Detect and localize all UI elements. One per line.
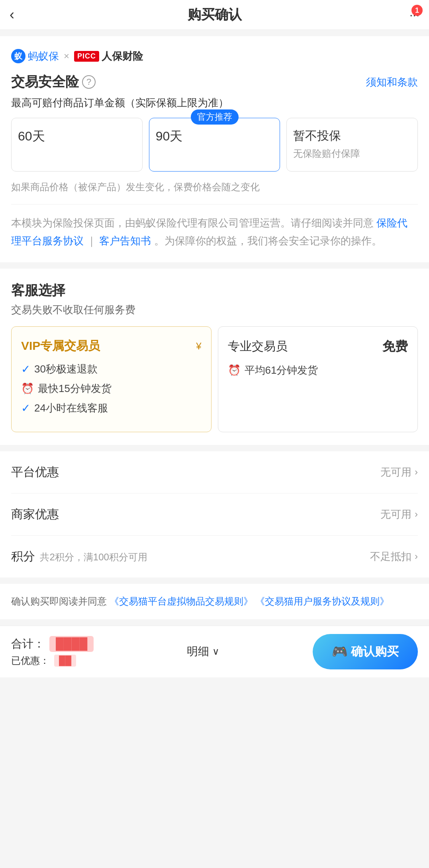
insurance-option-90[interactable]: 官方推荐 90天 — [149, 118, 280, 172]
agreement-prefix: 确认购买即阅读并同意 — [11, 596, 110, 607]
platform-discount-row: 平台优惠 无可用 › — [11, 451, 418, 493]
check-icon-2: ✓ — [21, 402, 30, 415]
cs-vip-header: VIP专属交易员 ¥ — [21, 338, 202, 354]
cs-pro-label: 专业交易员 — [228, 338, 288, 355]
feature-1-text: 30秒极速退款 — [34, 362, 98, 376]
discount-value: ██ — [54, 655, 76, 667]
points-sublabel: 共2积分，满100积分可用 — [40, 552, 147, 562]
insurance-card: 蚁 蚂蚁保 × PICC 人保财险 交易安全险 ? 须知和条款 最高可赔付商品订… — [0, 36, 429, 262]
detail-chevron-icon: ∨ — [212, 646, 219, 657]
cs-pro-option[interactable]: 专业交易员 免费 ⏰ 平均61分钟发货 — [218, 326, 418, 432]
cs-pro-feature-1: ⏰ 平均61分钟发货 — [228, 363, 408, 377]
cs-subtitle: 交易失败不收取任何服务费 — [11, 303, 418, 317]
insurance-subtitle: 最高可赔付商品订单金额（实际保额上限为准） — [11, 96, 418, 110]
cs-vip-feature-1: ✓ 30秒极速退款 — [21, 362, 202, 376]
check-icon-1: ✓ — [21, 363, 30, 376]
cs-vip-feature-3: ✓ 24小时在线客服 — [21, 401, 202, 415]
picc-logo: PICC — [74, 51, 99, 62]
cs-vip-label: VIP专属交易员 — [21, 338, 100, 354]
platform-discount-text: 无可用 — [380, 465, 411, 479]
platform-chevron: › — [415, 466, 418, 478]
merchant-discount-text: 无可用 — [380, 507, 411, 521]
header: ‹ 购买确认 ··· 1 — [0, 0, 429, 30]
picc-brand: PICC 人保财险 — [74, 49, 143, 63]
merchant-discount-label: 商家优惠 — [11, 506, 59, 523]
total-label: 合计： — [11, 636, 45, 651]
bottom-bar: 合计： ████ 已优惠： ██ 明细 ∨ 🎮 确认购买 — [0, 626, 429, 677]
help-icon[interactable]: ? — [82, 75, 96, 89]
points-value[interactable]: 不足抵扣 › — [370, 550, 418, 564]
notification-badge: 1 — [411, 5, 423, 16]
detail-button[interactable]: 明细 ∨ — [187, 644, 219, 659]
points-label-group: 积分 共2积分，满100积分可用 — [11, 548, 147, 565]
points-label: 积分 — [11, 550, 35, 563]
disclaimer-end: 。为保障你的权益，我们将会安全记录你的操作。 — [154, 235, 382, 247]
agreement-section: 确认购买即阅读并同意 《交易猫平台虚拟物品交易规则》 《交易猫用户服务协议及规则… — [0, 584, 429, 619]
insurance-notice: 如果商品价格（被保产品）发生变化，保费价格会随之变化 — [11, 179, 418, 205]
feature-2-text: 最快15分钟发货 — [38, 382, 112, 396]
points-row: 积分 共2积分，满100积分可用 不足抵扣 › — [11, 536, 418, 577]
total-row: 合计： ████ — [11, 636, 94, 652]
confirm-label: 确认购买 — [351, 644, 399, 660]
option-90-label: 90天 — [156, 128, 274, 145]
ant-label: 蚂蚁保 — [28, 49, 59, 63]
merchant-discount-value[interactable]: 无可用 › — [380, 507, 418, 521]
platform-discount-label: 平台优惠 — [11, 464, 59, 480]
ant-brand: 蚁 蚂蚁保 — [11, 49, 59, 63]
back-button[interactable]: ‹ — [10, 6, 14, 23]
disclaimer-text: 本模块为保险投保页面，由蚂蚁保险代理有限公司管理运营。请仔细阅读并同意 — [11, 217, 374, 229]
discount-card: 平台优惠 无可用 › 商家优惠 无可用 › 积分 共2积分，满100积分可用 不… — [0, 451, 429, 577]
cs-free-label: 免费 — [382, 338, 408, 355]
feature-3-text: 24小时在线客服 — [34, 401, 108, 415]
discount-label: 已优惠： — [11, 654, 49, 667]
clock-icon-2: ⏰ — [228, 364, 241, 376]
bottom-price-info: 合计： ████ 已优惠： ██ — [11, 636, 94, 667]
merchant-discount-row: 商家优惠 无可用 › — [11, 493, 418, 536]
insurance-disclaimer: 本模块为保险投保页面，由蚂蚁保险代理有限公司管理运营。请仔细阅读并同意 保险代理… — [11, 214, 418, 249]
insurance-options: 60天 官方推荐 90天 暂不投保 无保险赔付保障 — [11, 118, 418, 172]
agreement-link1[interactable]: 《交易猫平台虚拟物品交易规则》 — [110, 596, 253, 607]
points-chevron: › — [415, 551, 418, 562]
insurance-option-60[interactable]: 60天 — [11, 118, 143, 172]
discount-row: 已优惠： ██ — [11, 654, 94, 667]
agreement-text: 确认购买即阅读并同意 《交易猫平台虚拟物品交易规则》 《交易猫用户服务协议及规则… — [11, 593, 418, 610]
detail-label: 明细 — [187, 644, 209, 659]
merchant-chevron: › — [415, 509, 418, 520]
points-text: 不足抵扣 — [370, 550, 411, 564]
terms-link[interactable]: 须知和条款 — [366, 75, 418, 89]
total-price: ████ — [49, 636, 94, 652]
platform-discount-value[interactable]: 无可用 › — [380, 465, 418, 479]
pro-feature-1-text: 平均61分钟发货 — [245, 363, 318, 377]
agreement-link2[interactable]: 《交易猫用户服务协议及规则》 — [255, 596, 389, 607]
confirm-purchase-button[interactable]: 🎮 确认购买 — [313, 634, 418, 669]
disclaimer-link2[interactable]: 客户告知书 — [99, 235, 151, 247]
brand-separator: × — [64, 51, 69, 62]
ant-icon: 蚁 — [11, 49, 25, 63]
recommended-badge: 官方推荐 — [191, 109, 239, 125]
yen-symbol: ¥ — [196, 341, 201, 351]
cs-title: 客服选择 — [11, 281, 418, 300]
cs-pro-header: 专业交易员 免费 — [228, 338, 408, 355]
cs-vip-option[interactable]: VIP专属交易员 ¥ ✓ 30秒极速退款 ⏰ 最快15分钟发货 ✓ 24小时在线… — [11, 326, 212, 432]
cs-vip-price: ¥ — [196, 339, 201, 352]
insurance-title-row: 交易安全险 ? 须知和条款 — [11, 73, 418, 91]
game-icon: 🎮 — [332, 644, 348, 659]
insurance-title: 交易安全险 — [11, 73, 79, 91]
cs-options: VIP专属交易员 ¥ ✓ 30秒极速退款 ⏰ 最快15分钟发货 ✓ 24小时在线… — [11, 326, 418, 432]
page-title: 购买确认 — [188, 6, 242, 24]
clock-icon-1: ⏰ — [21, 382, 34, 395]
cs-vip-feature-2: ⏰ 最快15分钟发货 — [21, 382, 202, 396]
picc-name: 人保财险 — [102, 49, 143, 63]
option-60-label: 60天 — [18, 128, 136, 145]
customer-service-card: 客服选择 交易失败不收取任何服务费 VIP专属交易员 ¥ ✓ 30秒极速退款 ⏰… — [0, 269, 429, 445]
option-no-desc: 无保险赔付保障 — [293, 147, 411, 160]
disclaimer-sep: ｜ — [86, 235, 96, 247]
insurance-option-no[interactable]: 暂不投保 无保险赔付保障 — [286, 118, 418, 172]
more-button[interactable]: ··· 1 — [409, 8, 419, 21]
option-no-label: 暂不投保 — [293, 128, 411, 144]
brand-logos: 蚁 蚂蚁保 × PICC 人保财险 — [11, 49, 418, 63]
